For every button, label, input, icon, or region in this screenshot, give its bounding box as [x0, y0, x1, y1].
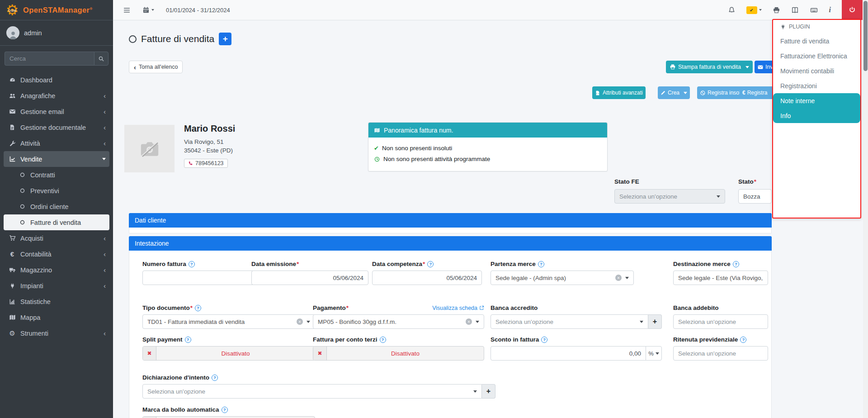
- plug-icon: [780, 24, 786, 30]
- banca-addebito-select[interactable]: Seleziona un'opzione: [673, 314, 768, 329]
- data-competenza-input[interactable]: [372, 271, 482, 285]
- help-icon[interactable]: [189, 261, 195, 267]
- plugin-item-note-interne[interactable]: Note interne: [773, 93, 860, 108]
- destinazione-merce-select[interactable]: Sede legale - Este (Via Rovigo, 51) (Mar…: [673, 271, 768, 285]
- numero-fattura-input[interactable]: [142, 271, 258, 285]
- caret-down-icon: [476, 321, 479, 323]
- tipo-documento-select[interactable]: TD01 - Fattura immediata di vendita: [142, 314, 315, 329]
- banca-accredito-select[interactable]: Seleziona un'opzione: [491, 314, 648, 329]
- stato-select[interactable]: Bozza: [738, 189, 772, 204]
- topbar: 01/01/2024 - 31/12/2024 ✔ i: [113, 0, 868, 20]
- dati-cliente-header[interactable]: Dati cliente: [129, 213, 772, 228]
- help-icon[interactable]: [733, 261, 739, 267]
- help-icon[interactable]: [538, 261, 544, 267]
- sidebar-item-dashboard[interactable]: Dashboard: [4, 72, 109, 88]
- check-icon: ✔: [750, 8, 753, 13]
- sidebar-item-vendite[interactable]: Vendite: [4, 151, 109, 167]
- sconto-unit-select[interactable]: %: [646, 346, 662, 361]
- add-invoice-button[interactable]: +: [219, 33, 231, 45]
- ritenuta-select[interactable]: Seleziona un'opzione: [673, 346, 768, 361]
- help-icon[interactable]: [380, 337, 386, 343]
- add-dichiarazione-button[interactable]: +: [482, 384, 495, 399]
- user-block[interactable]: admin: [0, 20, 113, 46]
- chevron-left-icon: ‹: [104, 235, 106, 242]
- sidebar-item-anagrafiche[interactable]: Anagrafiche ‹: [4, 88, 109, 104]
- dichiarazione-select[interactable]: Seleziona un'opzione: [142, 384, 482, 399]
- plugin-item-fatture-di-vendita[interactable]: Fatture di vendita: [773, 33, 860, 48]
- marca-bollo-toggle[interactable]: [142, 416, 315, 418]
- chevron-left-icon: ‹: [104, 266, 106, 273]
- scrollbar-thumb[interactable]: [863, 1, 868, 71]
- info-icon[interactable]: i: [829, 6, 831, 14]
- help-icon[interactable]: [185, 337, 191, 343]
- sidebar-item-gestione-email[interactable]: Gestione email ‹: [4, 104, 109, 119]
- caret-down-icon: [625, 277, 629, 279]
- chevron-left-icon: ‹: [104, 124, 106, 131]
- printer-icon[interactable]: [773, 6, 780, 14]
- visualizza-scheda-link[interactable]: Visualizza scheda: [432, 305, 484, 311]
- chevron-left-icon: ‹: [104, 251, 106, 257]
- calendar-icon[interactable]: [142, 6, 154, 14]
- help-icon[interactable]: [541, 337, 547, 343]
- print-invoice-button[interactable]: Stampa fattura di vendita: [666, 61, 753, 73]
- plugin-item-fatturazione-elettronica[interactable]: Fatturazione Elettronica: [773, 48, 860, 63]
- status-toggle[interactable]: ✔: [746, 6, 762, 14]
- help-icon[interactable]: [212, 375, 218, 381]
- advanced-attributes-button[interactable]: Attributi avanzati: [592, 86, 646, 99]
- create-button[interactable]: Crea: [658, 86, 690, 99]
- sidebar-item-magazzino[interactable]: Magazzino ‹: [4, 262, 109, 278]
- sidebar-item-contabilita[interactable]: € Contabilità ‹: [4, 246, 109, 262]
- add-bank-button[interactable]: +: [648, 314, 662, 329]
- sidebar-item-preventivi[interactable]: Preventivi: [4, 183, 109, 199]
- plugin-item-movimenti-contabili[interactable]: Movimenti contabili: [773, 63, 860, 78]
- sidebar-item-gestione-documentale[interactable]: Gestione documentale ‹: [4, 119, 109, 135]
- conto-terzi-toggle[interactable]: ✖ Disattivato: [313, 346, 484, 361]
- search-button[interactable]: [94, 52, 108, 66]
- split-payment-toggle[interactable]: ✖ Disattivato: [142, 346, 315, 361]
- client-info: Mario Rossi Via Rovigo, 51 35042 - Este …: [184, 124, 235, 168]
- help-icon[interactable]: [740, 337, 746, 343]
- client-phone-chip[interactable]: 789456123: [184, 159, 228, 168]
- back-to-list-button[interactable]: ‹ Torna all'elenco: [129, 61, 183, 73]
- dati-cliente-body: [129, 228, 772, 233]
- sidebar-item-impianti[interactable]: Impianti ‹: [4, 278, 109, 294]
- book-icon[interactable]: [791, 6, 799, 14]
- help-icon[interactable]: [222, 407, 228, 413]
- sconto-input[interactable]: [491, 346, 646, 361]
- overview-item: Non sono presenti attività programmate: [374, 154, 602, 165]
- brand[interactable]: ⚙ OSM OpenSTAManager®: [0, 0, 113, 20]
- pagamento-select[interactable]: MP05 - Bonifico 30gg d.f.f.m.: [313, 314, 484, 329]
- bell-icon[interactable]: [728, 6, 736, 14]
- caret-down-icon: [656, 352, 659, 355]
- caret-down-icon: [151, 9, 154, 11]
- plugin-item-info[interactable]: Info: [773, 108, 860, 123]
- clear-icon[interactable]: [297, 318, 303, 325]
- clear-icon[interactable]: [466, 318, 472, 325]
- sidebar-item-statistiche[interactable]: Statistiche: [4, 294, 109, 309]
- sidebar-item-ordini-cliente[interactable]: Ordini cliente: [4, 199, 109, 214]
- status-badge: ✔: [746, 6, 757, 14]
- sidebar-item-mappa[interactable]: Mappa: [4, 309, 109, 325]
- logout-button[interactable]: [842, 0, 863, 20]
- search-input[interactable]: [5, 52, 94, 66]
- clear-icon[interactable]: [615, 275, 622, 281]
- sidebar-item-attivita[interactable]: Attività ‹: [4, 135, 109, 151]
- data-emissione-input[interactable]: [251, 271, 368, 285]
- help-icon[interactable]: [195, 305, 201, 311]
- sidebar-item-contratti[interactable]: Contratti: [4, 167, 109, 183]
- euro-icon: €: [742, 90, 745, 96]
- page-scrollbar[interactable]: [863, 0, 868, 418]
- sidebar-item-strumenti[interactable]: ⚙ Strumenti ‹: [4, 325, 109, 341]
- sidebar-item-acquisti[interactable]: Acquisti ‹: [4, 230, 109, 246]
- intestazione-header[interactable]: Intestazione: [129, 236, 772, 251]
- sidebar-item-fatture-di-vendita[interactable]: Fatture di vendita: [4, 214, 109, 230]
- stato-fe-select[interactable]: Seleziona un'opzione: [614, 189, 725, 204]
- keyboard-icon[interactable]: [810, 6, 818, 14]
- hamburger-menu-icon[interactable]: [123, 6, 131, 14]
- help-icon[interactable]: [427, 261, 434, 267]
- truck-icon: [7, 266, 17, 273]
- date-range[interactable]: 01/01/2024 - 31/12/2024: [166, 7, 230, 14]
- partenza-merce-select[interactable]: Sede legale - (Admin spa): [491, 271, 634, 285]
- users-icon: [7, 92, 17, 99]
- plugin-item-registrazioni[interactable]: Registrazioni: [773, 78, 860, 93]
